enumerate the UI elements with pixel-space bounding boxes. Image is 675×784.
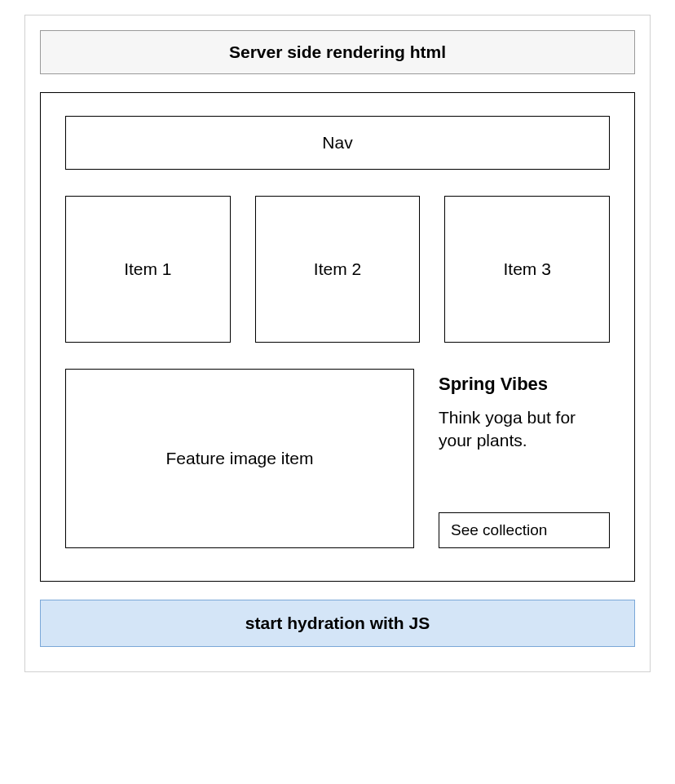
- page-frame: Nav Item 1 Item 2 Item 3 Feature image i…: [40, 92, 635, 582]
- item-label: Item 1: [124, 259, 171, 279]
- hydration-footer-label: start hydration with JS: [245, 613, 430, 632]
- item-label: Item 3: [504, 259, 551, 279]
- diagram-container: Server side rendering html Nav Item 1 It…: [24, 15, 651, 672]
- item-box-2[interactable]: Item 2: [255, 196, 421, 343]
- item-box-3[interactable]: Item 3: [444, 196, 610, 343]
- see-collection-button[interactable]: See collection: [439, 512, 610, 548]
- nav-label: Nav: [322, 133, 352, 152]
- cta-label: See collection: [451, 521, 547, 538]
- items-row: Item 1 Item 2 Item 3: [65, 196, 610, 343]
- feature-image-box: Feature image item: [65, 369, 414, 548]
- item-label: Item 2: [314, 259, 361, 279]
- feature-side: Spring Vibes Think yoga but for your pla…: [439, 369, 610, 548]
- feature-heading: Spring Vibes: [439, 374, 610, 395]
- feature-text: Spring Vibes Think yoga but for your pla…: [439, 374, 610, 453]
- feature-row: Feature image item Spring Vibes Think yo…: [65, 369, 610, 548]
- hydration-footer-bar: start hydration with JS: [40, 600, 635, 647]
- ssr-header-bar: Server side rendering html: [40, 30, 635, 74]
- nav-box[interactable]: Nav: [65, 116, 610, 170]
- item-box-1[interactable]: Item 1: [65, 196, 231, 343]
- ssr-header-label: Server side rendering html: [229, 42, 446, 61]
- feature-image-label: Feature image item: [166, 449, 314, 468]
- feature-subtext: Think yoga but for your plants.: [439, 406, 610, 453]
